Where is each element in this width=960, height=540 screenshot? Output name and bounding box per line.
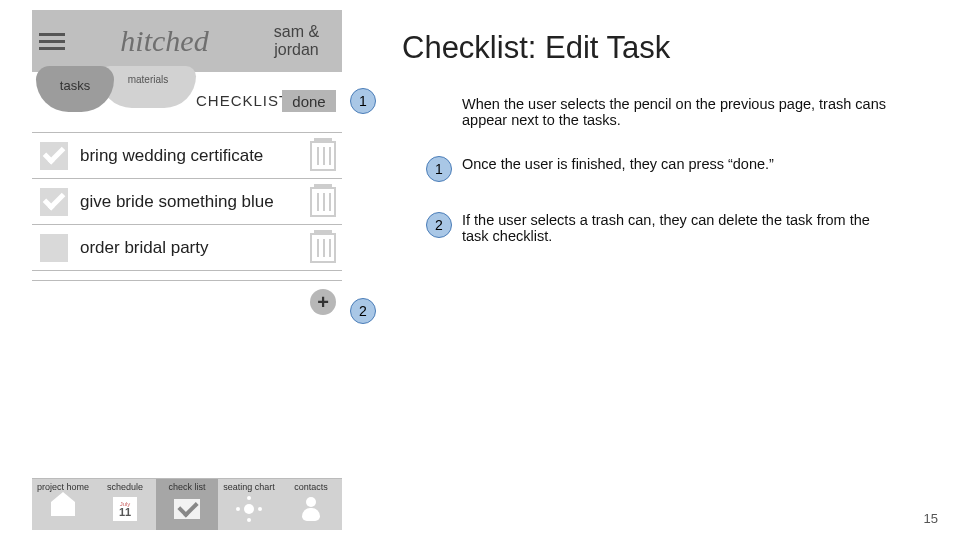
couple-name: sam & jordan [257,23,342,58]
app-header: hitched sam & jordan [32,10,342,72]
task-row: bring wedding certificate [32,133,342,179]
contacts-icon [296,494,326,524]
add-button[interactable]: + [310,289,336,315]
home-icon [48,494,78,524]
page-number: 15 [924,511,938,526]
tab-materials[interactable]: materials [100,66,196,108]
annotation-2: 2 If the user selects a trash can, they … [416,212,936,244]
checkbox-icon[interactable] [40,188,68,216]
intro-text: When the user selects the pencil on the … [462,96,892,128]
nav-checklist[interactable]: check list [156,479,218,530]
callout-2: 2 [350,298,376,324]
checkbox-icon[interactable] [40,234,68,262]
tab-tasks[interactable]: tasks [36,66,114,112]
done-button[interactable]: done [282,90,336,112]
task-row: give bride something blue [32,179,342,225]
add-row: + [32,281,342,315]
annotation-text: Once the user is finished, they can pres… [462,156,774,172]
app-mock: hitched sam & jordan materials tasks CHE… [32,10,342,530]
callout-number-icon: 2 [350,298,376,324]
calendar-icon: July11 [110,494,140,524]
app-title: hitched [72,24,257,58]
callout-1: 1 [350,88,376,114]
task-label: bring wedding certificate [80,146,310,166]
annotation-text: If the user selects a trash can, they ca… [462,212,882,244]
annotation-number-icon: 1 [426,156,452,182]
nav-schedule[interactable]: schedule July11 [94,479,156,530]
nav-project-home[interactable]: project home [32,479,94,530]
menu-icon[interactable] [32,33,72,50]
task-row: order bridal party [32,225,342,271]
task-list: bring wedding certificate give bride som… [32,132,342,281]
annotation-1: 1 Once the user is finished, they can pr… [416,156,936,182]
page-title: Checklist: Edit Task [402,30,936,66]
annotation-number-icon: 2 [426,212,452,238]
tabs-row: materials tasks CHECKLISTS done [32,72,342,118]
explanation-panel: Checklist: Edit Task When the user selec… [342,0,960,540]
task-label: order bridal party [80,238,310,258]
bottom-nav: project home schedule July11 check list … [32,478,342,530]
trash-icon[interactable] [310,141,336,171]
task-label: give bride something blue [80,192,310,212]
callout-number-icon: 1 [350,88,376,114]
trash-icon[interactable] [310,233,336,263]
nav-contacts[interactable]: contacts [280,479,342,530]
checklist-icon [172,494,202,524]
checkbox-icon[interactable] [40,142,68,170]
seating-icon [234,494,264,524]
nav-seating-chart[interactable]: seating chart [218,479,280,530]
trash-icon[interactable] [310,187,336,217]
